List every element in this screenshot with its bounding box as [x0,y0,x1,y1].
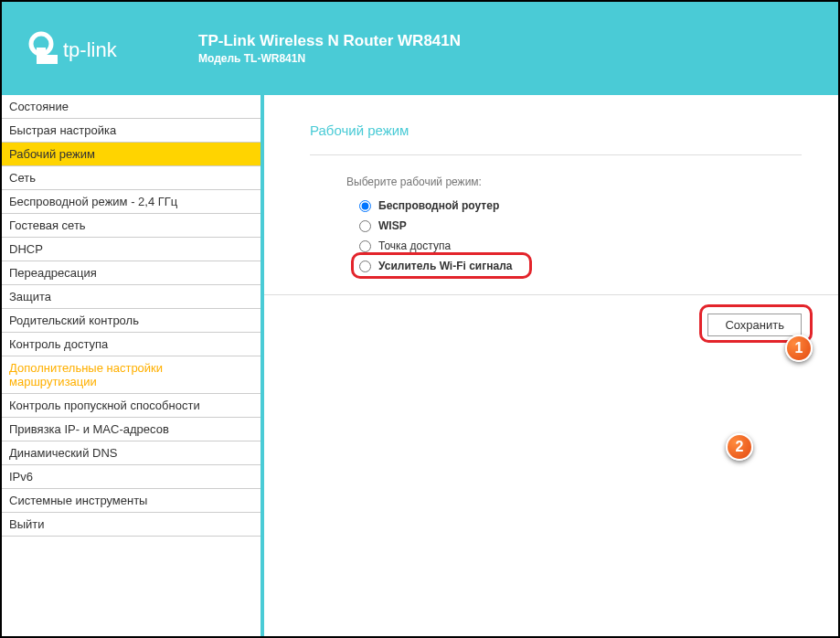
radio-input-0[interactable] [359,200,371,212]
save-button-wrap: Сохранить [707,314,802,336]
sidebar-item-3[interactable]: Сеть [2,166,261,190]
radio-label-2[interactable]: Точка доступа [378,239,451,252]
sidebar: СостояниеБыстрая настройкаРабочий режимС… [2,95,264,636]
form-prompt: Выберите рабочий режим: [346,175,802,188]
sidebar-item-0[interactable]: Состояние [2,95,261,119]
content-area: Рабочий режим Выберите рабочий режим: Бе… [264,95,838,636]
sidebar-item-4[interactable]: Беспроводной режим - 2,4 ГГц [2,190,261,214]
annotation-callout-2: 2 [726,433,753,461]
radio-list: Беспроводной роутерWISPТочка доступаУсил… [346,196,802,276]
radio-row-2: Точка доступа [359,236,802,256]
sidebar-item-17[interactable]: Выйти [2,513,261,537]
sidebar-item-13[interactable]: Привязка IP- и MAC-адресов [2,418,261,441]
tplink-logo-icon: tp-link [25,26,153,71]
radio-input-3[interactable] [359,261,371,272]
header-subtitle: Модель TL-WR841N [198,52,461,65]
sidebar-item-1[interactable]: Быстрая настройка [2,119,261,143]
main-container: СостояниеБыстрая настройкаРабочий режимС… [2,95,838,636]
sidebar-item-6[interactable]: DHCP [2,238,261,261]
sidebar-item-10[interactable]: Контроль доступа [2,333,261,356]
header-title-area: TP-Link Wireless N Router WR841N Модель … [198,32,461,65]
radio-input-2[interactable] [359,240,371,252]
sidebar-item-16[interactable]: Системные инструменты [2,489,261,513]
svg-rect-2 [45,55,58,64]
radio-label-0[interactable]: Беспроводной роутер [378,199,499,212]
header: tp-link TP-Link Wireless N Router WR841N… [2,2,838,95]
svg-rect-1 [37,48,46,64]
brand-logo: tp-link [25,26,153,71]
radio-label-1[interactable]: WISP [378,219,407,232]
sidebar-item-14[interactable]: Динамический DNS [2,441,261,465]
radio-row-1: WISP [359,216,802,236]
sidebar-item-7[interactable]: Переадресация [2,261,261,285]
radio-label-3[interactable]: Усилитель Wi-Fi сигнала [378,260,512,272]
sidebar-item-8[interactable]: Защита [2,285,261,309]
save-button[interactable]: Сохранить [707,314,802,336]
sidebar-item-5[interactable]: Гостевая сеть [2,214,261,238]
form-area: Выберите рабочий режим: Беспроводной роу… [310,175,802,276]
page-title: Рабочий режим [310,122,802,155]
annotation-callout-1: 1 [785,335,813,362]
button-area: Сохранить [310,314,802,336]
header-title: TP-Link Wireless N Router WR841N [198,32,461,50]
sidebar-item-15[interactable]: IPv6 [2,465,261,489]
divider [264,294,838,295]
svg-text:tp-link: tp-link [63,38,118,61]
sidebar-item-2[interactable]: Рабочий режим [2,143,261,166]
sidebar-item-11[interactable]: Дополнительные настройки маршрутизации [2,356,261,394]
radio-row-3: Усилитель Wi-Fi сигнала [359,256,802,276]
radio-input-1[interactable] [359,220,371,232]
radio-row-0: Беспроводной роутер [359,196,802,216]
sidebar-item-12[interactable]: Контроль пропускной способности [2,394,261,418]
sidebar-item-9[interactable]: Родительский контроль [2,309,261,333]
